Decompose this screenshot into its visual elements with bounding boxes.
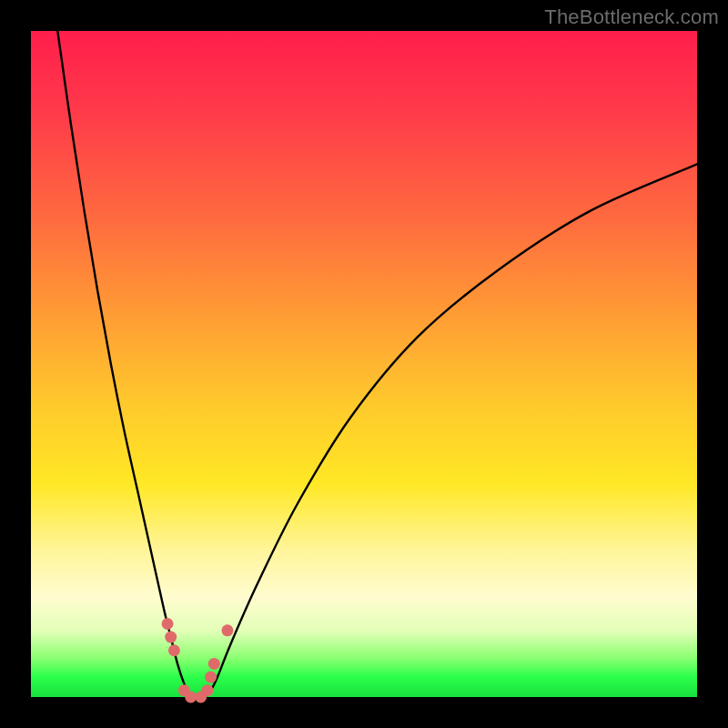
curve-marker bbox=[165, 632, 177, 643]
curve-marker bbox=[162, 618, 174, 630]
chart-frame: TheBottleneck.com bbox=[0, 0, 728, 728]
curve-marker bbox=[168, 644, 180, 656]
bottleneck-curve-svg bbox=[31, 31, 697, 697]
curve-marker bbox=[221, 624, 233, 636]
watermark-text: TheBottleneck.com bbox=[544, 5, 719, 29]
curve-marker bbox=[208, 658, 220, 670]
curve-marker bbox=[205, 672, 217, 683]
curve-marker bbox=[201, 684, 213, 696]
plot-area bbox=[31, 31, 697, 697]
bottleneck-curve-path bbox=[57, 31, 697, 698]
curve-markers bbox=[162, 618, 234, 703]
